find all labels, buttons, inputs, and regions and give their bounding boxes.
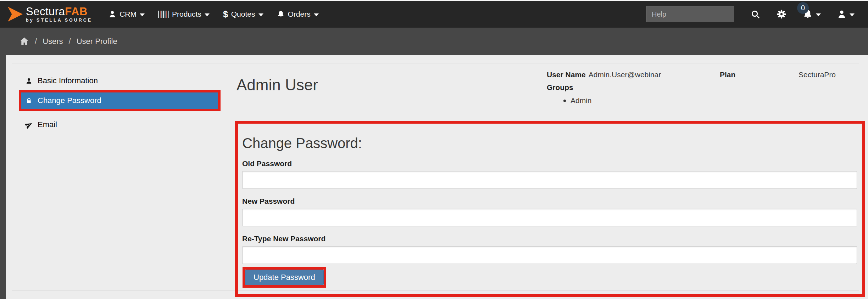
annotation-box-change-password-form: Change Password: Old Password New Passwo… xyxy=(235,121,865,297)
help-search-input[interactable] xyxy=(646,6,734,22)
account-menu[interactable] xyxy=(837,10,855,19)
menu-crm-label: CRM xyxy=(119,10,137,18)
breadcrumb-separator: / xyxy=(35,37,37,46)
content-area: Basic Information Change Password Email … xyxy=(0,55,868,299)
brand-name-main: Sectura xyxy=(26,5,65,18)
user-icon xyxy=(837,10,846,19)
brand-text: SecturaFAB by STELLA SOURCE xyxy=(26,6,92,23)
main-menu: CRM Products $ Quotes Orders xyxy=(108,9,319,19)
app-screen: SecturaFAB by STELLA SOURCE CRM Products… xyxy=(0,0,868,299)
old-password-label: Old Password xyxy=(242,159,857,168)
caret-down-icon xyxy=(314,13,319,16)
user-icon xyxy=(108,10,116,18)
group-name: Admin xyxy=(571,96,592,105)
caret-down-icon xyxy=(205,13,210,16)
annotation-box-change-password: Change Password xyxy=(19,90,221,111)
user-info: User NameAdmin.User@webinar Plan Sectura… xyxy=(547,70,862,105)
brand-tagline: by STELLA SOURCE xyxy=(26,18,92,23)
groups-label: Groups xyxy=(547,83,862,95)
breadcrumb-users[interactable]: Users xyxy=(43,37,63,46)
brand-name: SecturaFAB xyxy=(26,6,92,17)
search-icon[interactable] xyxy=(751,10,760,19)
sidebar-item-label: Email xyxy=(38,120,57,129)
form-heading: Change Password: xyxy=(242,135,857,151)
menu-crm[interactable]: CRM xyxy=(108,10,145,18)
bullet-dot xyxy=(563,100,566,102)
caret-down-icon xyxy=(140,13,145,16)
notification-count-badge: 0 xyxy=(797,2,809,14)
user-name-value: Admin.User@webinar xyxy=(589,70,661,79)
settings-gear-icon[interactable] xyxy=(777,9,786,19)
bell-icon xyxy=(277,10,285,18)
user-info-row: User NameAdmin.User@webinar Plan Sectura… xyxy=(547,70,862,82)
retype-new-password-input[interactable] xyxy=(242,246,857,264)
annotation-box-update-button: Update Password xyxy=(243,267,326,288)
menu-quotes[interactable]: $ Quotes xyxy=(223,9,263,19)
menu-orders-label: Orders xyxy=(288,10,311,18)
user-name-label: User Name xyxy=(547,70,586,79)
new-password-input[interactable] xyxy=(242,209,857,226)
caret-down-icon xyxy=(258,13,263,16)
breadcrumb: / Users / User Profile xyxy=(0,28,868,55)
sidebar-item-label: Change Password xyxy=(38,96,101,105)
menu-quotes-label: Quotes xyxy=(231,10,255,18)
menu-products[interactable]: Products xyxy=(158,10,210,18)
plan-value: SecturaPro xyxy=(799,70,836,79)
brand-name-suffix: FAB xyxy=(65,5,88,18)
navbar-icon-cluster: 0 xyxy=(751,9,855,19)
breadcrumb-user-profile[interactable]: User Profile xyxy=(77,37,117,46)
caret-down-icon xyxy=(816,13,821,16)
profile-nav: Basic Information Change Password Email xyxy=(19,73,221,133)
menu-products-label: Products xyxy=(172,10,201,18)
group-list-item: Admin xyxy=(547,96,862,105)
brand-arrow-icon xyxy=(8,7,23,22)
retype-new-password-label: Re-Type New Password xyxy=(242,235,857,243)
left-dark-strip xyxy=(0,55,6,299)
breadcrumb-separator: / xyxy=(69,37,71,46)
user-icon xyxy=(25,78,33,84)
plan-label: Plan xyxy=(720,70,735,79)
sidebar-item-basic-information[interactable]: Basic Information xyxy=(21,73,218,89)
old-password-input[interactable] xyxy=(242,171,857,189)
sidebar-item-change-password[interactable]: Change Password xyxy=(21,92,218,109)
sidebar-item-email[interactable]: Email xyxy=(21,117,218,133)
lock-icon xyxy=(25,97,33,104)
notifications-menu[interactable]: 0 xyxy=(803,9,821,19)
dollar-icon: $ xyxy=(223,9,228,19)
paper-plane-icon xyxy=(25,121,33,129)
update-password-button[interactable]: Update Password xyxy=(245,270,324,285)
home-icon[interactable] xyxy=(20,36,29,46)
page-title: Admin User xyxy=(237,76,318,94)
new-password-label: New Password xyxy=(242,197,857,205)
brand-logo[interactable]: SecturaFAB by STELLA SOURCE xyxy=(8,6,92,23)
caret-down-icon xyxy=(850,13,855,16)
top-navbar: SecturaFAB by STELLA SOURCE CRM Products… xyxy=(0,1,868,28)
sidebar-item-label: Basic Information xyxy=(38,76,98,85)
products-barcode-icon xyxy=(158,11,169,18)
menu-orders[interactable]: Orders xyxy=(277,10,319,18)
